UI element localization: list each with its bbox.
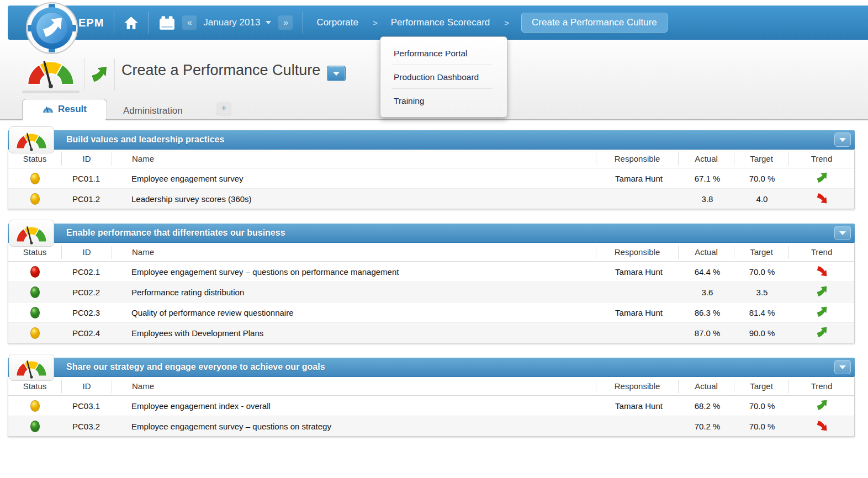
kpi-name: Employee engagement survey – questions o… xyxy=(111,422,598,431)
column-header-target: Target xyxy=(734,152,789,166)
table-body: PC03.1 Employee engagement index - overa… xyxy=(8,396,854,436)
column-header-name: Name xyxy=(112,152,596,166)
trend-up-icon xyxy=(816,327,827,339)
column-header-actual: Actual xyxy=(679,246,734,259)
column-header-target: Target xyxy=(734,380,789,393)
page-gauge-icon xyxy=(24,54,77,92)
kpi-target: 70.0 % xyxy=(735,174,789,183)
kpi-actual: 64.4 % xyxy=(680,267,735,277)
menu-item-production-dashboard[interactable]: Production Dashboard xyxy=(380,65,507,89)
section-menu-button[interactable] xyxy=(834,360,851,374)
scorecard-title: Enable performance that differentiates o… xyxy=(66,224,855,242)
trend-up-icon xyxy=(816,306,827,319)
scorecard-section: Enable performance that differentiates o… xyxy=(8,224,855,343)
scorecard-header: Build values and leadership practices xyxy=(8,130,855,150)
column-header-status: Status xyxy=(8,152,62,166)
column-header-status: Status xyxy=(8,380,62,393)
page-title-menu-button[interactable] xyxy=(327,66,346,81)
scorecard-section: Share our strategy and engage everyone t… xyxy=(8,358,855,437)
gauge-icon xyxy=(9,220,54,247)
tab-administration[interactable]: Administration xyxy=(118,103,188,119)
menu-item-training[interactable]: Training xyxy=(380,89,507,113)
table-body: PC02.1 Employee engagement survey – ques… xyxy=(8,262,854,343)
scorecard-title: Share our strategy and engage everyone t… xyxy=(66,358,855,376)
kpi-row[interactable]: PC03.2 Employee engagement survey – ques… xyxy=(8,416,854,436)
kpi-id: PC02.3 xyxy=(61,308,111,317)
kpi-row[interactable]: PC02.2 Performance rating distribution 3… xyxy=(8,282,854,302)
column-header-responsible: Responsible xyxy=(596,152,679,166)
trend-down-icon xyxy=(816,193,827,205)
chevron-down-icon xyxy=(839,138,846,142)
previous-period-button[interactable]: « xyxy=(182,15,197,30)
column-header-actual: Actual xyxy=(679,380,734,393)
calendar-icon xyxy=(159,15,175,30)
kpi-table: Status ID Name Responsible Actual Target… xyxy=(8,150,855,209)
scorecard-header: Share our strategy and engage everyone t… xyxy=(8,358,855,377)
trend-down-icon xyxy=(816,265,827,278)
menu-item-performance-portal[interactable]: Performance Portal xyxy=(380,41,507,65)
kpi-name: Employee engagement index - overall xyxy=(111,401,598,411)
column-header-name: Name xyxy=(112,246,596,259)
chevron-down-icon xyxy=(333,72,340,76)
status-icon xyxy=(30,193,40,205)
active-tab-connector xyxy=(23,119,105,121)
breadcrumb-separator-icon: > xyxy=(504,18,509,28)
kpi-name: Employee engagement survey – questions o… xyxy=(111,267,598,277)
column-header-responsible: Responsible xyxy=(596,380,679,393)
column-header-trend: Trend xyxy=(789,152,854,166)
kpi-row[interactable]: PC03.1 Employee engagement index - overa… xyxy=(8,396,854,416)
tab-result[interactable]: Result xyxy=(22,99,107,119)
table-header-row: Status ID Name Responsible Actual Target… xyxy=(8,150,854,168)
kpi-actual: 70.2 % xyxy=(680,422,735,431)
status-icon xyxy=(30,266,40,278)
section-menu-button[interactable] xyxy=(834,226,851,240)
breadcrumb-item-performance-scorecard[interactable]: Performance Scorecard xyxy=(391,17,490,28)
kpi-target: 4.0 xyxy=(735,194,789,204)
kpi-target: 3.5 xyxy=(735,288,789,297)
next-period-button[interactable]: » xyxy=(278,15,293,30)
kpi-target: 70.0 % xyxy=(735,422,789,431)
divider xyxy=(84,59,84,91)
kpi-row[interactable]: PC02.3 Quality of performance review que… xyxy=(8,302,854,322)
kpi-actual: 3.8 xyxy=(680,194,735,204)
kpi-actual: 86.3 % xyxy=(680,308,735,317)
column-header-status: Status xyxy=(8,246,62,259)
breadcrumb-item-corporate[interactable]: Corporate xyxy=(316,17,358,28)
period-chevron-down-icon[interactable] xyxy=(266,21,271,24)
column-header-name: Name xyxy=(112,380,596,393)
top-navigation-bar: EPM « January 2013 » Corporate > Perform… xyxy=(8,6,868,40)
kpi-row[interactable]: PC01.1 Employee engagement survey Tamara… xyxy=(8,168,854,188)
kpi-row[interactable]: PC02.1 Employee engagement survey – ques… xyxy=(8,262,854,282)
tab-strip-divider xyxy=(0,119,868,120)
kpi-actual: 67.1 % xyxy=(680,174,735,183)
column-header-trend: Trend xyxy=(789,380,854,393)
scorecard-section: Build values and leadership practices St… xyxy=(8,130,855,209)
kpi-table: Status ID Name Responsible Actual Target… xyxy=(8,243,855,343)
column-header-responsible: Responsible xyxy=(596,246,679,259)
column-header-trend: Trend xyxy=(789,246,854,259)
kpi-responsible: Tamara Hunt xyxy=(598,174,680,183)
breadcrumb-separator-icon: > xyxy=(373,18,378,28)
kpi-actual: 3.6 xyxy=(680,288,735,297)
home-button[interactable] xyxy=(123,15,140,31)
breadcrumb-item-current[interactable]: Create a Performance Culture xyxy=(521,13,668,33)
section-menu-button[interactable] xyxy=(834,132,851,147)
kpi-target: 81.4 % xyxy=(735,308,789,317)
add-tab-button[interactable]: + xyxy=(216,102,231,115)
kpi-table: Status ID Name Responsible Actual Target… xyxy=(8,377,855,437)
epm-logo-icon[interactable] xyxy=(24,1,80,56)
trend-up-icon xyxy=(91,66,107,85)
divider xyxy=(114,12,114,34)
kpi-row[interactable]: PC01.2 Leadership survey scores (360s) 3… xyxy=(8,188,854,209)
sections: Build values and leadership practices St… xyxy=(8,130,855,451)
trend-up-icon xyxy=(816,286,827,299)
kpi-row[interactable]: PC02.4 Employees with Development Plans … xyxy=(8,322,854,343)
kpi-target: 70.0 % xyxy=(735,267,789,277)
kpi-responsible: Tamara Hunt xyxy=(598,308,680,317)
kpi-actual: 68.2 % xyxy=(680,401,735,411)
status-icon xyxy=(30,421,40,432)
period-label[interactable]: January 2013 xyxy=(203,17,260,28)
kpi-id: PC03.2 xyxy=(61,422,111,431)
column-header-target: Target xyxy=(734,246,789,259)
kpi-target: 70.0 % xyxy=(735,401,789,411)
